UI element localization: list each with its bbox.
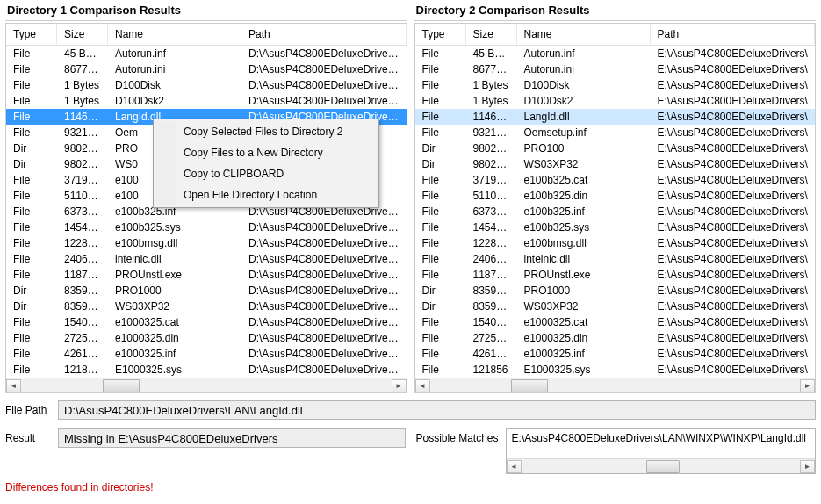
cell-path: D:\AsusP4C800EDeluxeDrivers\LAN\P	[241, 363, 407, 377]
cell-type: File	[415, 173, 466, 187]
cell-type: File	[415, 331, 466, 345]
table-row[interactable]: Dir835919 ...WS03XP32D:\AsusP4C800EDelux…	[6, 299, 407, 314]
result-value[interactable]: Missing in E:\AsusP4C800EDeluxeDrivers	[58, 428, 406, 448]
table-row[interactable]: Dir835919 ...WS03XP32E:\AsusP4C800EDelux…	[415, 299, 816, 314]
col-size[interactable]: Size	[466, 24, 517, 45]
scroll-thumb[interactable]	[103, 379, 140, 392]
panel2-table[interactable]: Type Size Name Path File45 BytesAutorun.…	[414, 23, 817, 393]
table-row[interactable]: File12288 ...e100bmsg.dllE:\AsusP4C800ED…	[415, 235, 816, 251]
cell-name: LangId.dll	[517, 110, 651, 124]
scroll-right-icon[interactable]: ►	[800, 460, 815, 473]
filepath-value[interactable]: D:\AsusP4C800EDeluxeDrivers\LAN\LangId.d…	[58, 400, 816, 420]
table-row[interactable]: File45 BytesAutorun.infE:\AsusP4C800EDel…	[415, 46, 816, 61]
table-row[interactable]: File24064 ...intelnic.dllD:\AsusP4C800ED…	[6, 251, 407, 267]
table-row[interactable]: File1 BytesD100DiskD:\AsusP4C800EDeluxeD…	[6, 77, 407, 93]
table-row[interactable]: File8677 By...Autorun.iniD:\AsusP4C800ED…	[6, 61, 407, 77]
cm-copy-to-dir2[interactable]: Copy Selected Files to Directory 2	[155, 121, 377, 142]
panel1-body[interactable]: File45 BytesAutorun.infD:\AsusP4C800EDel…	[6, 46, 407, 378]
table-row[interactable]: File121856E1000325.sysE:\AsusP4C800EDelu…	[415, 362, 816, 378]
cell-type: File	[415, 252, 466, 266]
cell-size: 2725 B...	[466, 331, 517, 345]
table-row[interactable]: File37195 ...e100b325.catE:\AsusP4C800ED…	[415, 172, 816, 188]
cell-size: 980207 ...	[466, 141, 517, 155]
cell-size: 15402 ...	[57, 315, 108, 329]
table-row[interactable]: File5110 B...e100b325.dinE:\AsusP4C800ED…	[415, 188, 816, 204]
cell-name: e100b325.din	[517, 189, 651, 203]
table-row[interactable]: File114688 ...LangId.dllE:\AsusP4C800EDe…	[415, 109, 816, 125]
cm-copy-clipboard[interactable]: Copy to CLIPBOARD	[155, 163, 377, 184]
table-row[interactable]: File637358 ...e100b325.infE:\AsusP4C800E…	[415, 204, 816, 220]
cell-path: E:\AsusP4C800EDeluxeDrivers\	[651, 189, 816, 203]
table-row[interactable]: File121856 ...E1000325.sysD:\AsusP4C800E…	[6, 362, 407, 378]
table-row[interactable]: File24064 ...intelnic.dllE:\AsusP4C800ED…	[415, 251, 816, 267]
cell-path: E:\AsusP4C800EDeluxeDrivers\	[651, 141, 816, 155]
scroll-right-icon[interactable]: ►	[800, 379, 815, 392]
table-row[interactable]: File15402 ...e1000325.catE:\AsusP4C800ED…	[415, 314, 816, 330]
scroll-thumb[interactable]	[511, 379, 548, 392]
cm-open-location[interactable]: Open File Directory Location	[155, 184, 377, 205]
cell-size: 637358 ...	[466, 205, 517, 219]
table-row[interactable]: File145408 ...e100b325.sysE:\AsusP4C800E…	[415, 220, 816, 235]
cell-name: E1000325.sys	[108, 363, 241, 377]
table-row[interactable]: File45 BytesAutorun.infD:\AsusP4C800EDel…	[6, 46, 407, 61]
table-row[interactable]: Dir835919 ...PRO1000D:\AsusP4C800EDeluxe…	[6, 283, 407, 299]
table-row[interactable]: File426112 ...e1000325.infD:\AsusP4C800E…	[6, 346, 407, 362]
cell-size: 24064 ...	[57, 252, 108, 266]
possible-matches-label: Possible Matches	[416, 428, 499, 444]
col-size[interactable]: Size	[57, 24, 108, 45]
col-name[interactable]: Name	[108, 24, 241, 45]
col-path[interactable]: Path	[241, 24, 407, 45]
cell-size: 1 Bytes	[466, 78, 517, 92]
table-row[interactable]: File1 BytesD100Dsk2D:\AsusP4C800EDeluxeD…	[6, 93, 407, 109]
scroll-left-icon[interactable]: ◄	[6, 379, 21, 392]
scroll-right-icon[interactable]: ►	[392, 379, 407, 392]
cell-path: D:\AsusP4C800EDeluxeDrivers\LAN\P	[241, 331, 407, 345]
table-row[interactable]: File118784 ...PROUnstl.exeE:\AsusP4C800E…	[415, 267, 816, 283]
table-row[interactable]: File8677 B...Autorun.iniE:\AsusP4C800EDe…	[415, 61, 816, 77]
cell-name: e1000325.cat	[108, 315, 241, 329]
cell-size: 980207 ...	[466, 157, 517, 171]
scroll-left-icon[interactable]: ◄	[507, 460, 522, 473]
table-row[interactable]: File12288 ...e100bmsg.dllD:\AsusP4C800ED…	[6, 235, 407, 251]
table-row[interactable]: Dir980207 ...WS03XP32E:\AsusP4C800EDelux…	[415, 156, 816, 172]
table-row[interactable]: Dir980207 ...PRO100E:\AsusP4C800EDeluxeD…	[415, 140, 816, 156]
panel1-table[interactable]: Type Size Name Path File45 BytesAutorun.…	[5, 23, 407, 393]
table-row[interactable]: File15402 ...e1000325.catD:\AsusP4C800ED…	[6, 314, 407, 330]
table-row[interactable]: File426112 ...e1000325.infE:\AsusP4C800E…	[415, 346, 816, 362]
table-row[interactable]: File2725 By...e1000325.dinD:\AsusP4C800E…	[6, 330, 407, 346]
cell-path: E:\AsusP4C800EDeluxeDrivers\	[651, 94, 816, 108]
cell-path: D:\AsusP4C800EDeluxeDrivers\LAN\P	[241, 268, 407, 282]
table-row[interactable]: File118784 ...PROUnstl.exeD:\AsusP4C800E…	[6, 267, 407, 283]
possible-matches-box[interactable]: E:\AsusP4C800EDeluxeDrivers\LAN\WINXP\WI…	[506, 428, 816, 474]
hscroll[interactable]: ◄ ►	[6, 378, 407, 392]
table-row[interactable]: File9321 B...Oemsetup.infE:\AsusP4C800ED…	[415, 125, 816, 140]
panel2-body[interactable]: File45 BytesAutorun.infE:\AsusP4C800EDel…	[415, 46, 816, 378]
cell-type: File	[6, 110, 57, 124]
table-row[interactable]: File2725 B...e1000325.dinE:\AsusP4C800ED…	[415, 330, 816, 346]
table-row[interactable]: File145408 ...e100b325.sysD:\AsusP4C800E…	[6, 220, 407, 235]
cell-type: File	[6, 78, 57, 92]
cell-size: 118784 ...	[466, 268, 517, 282]
cell-size: 114688 ...	[57, 110, 108, 124]
table-row[interactable]: File1 BytesD100DiskE:\AsusP4C800EDeluxeD…	[415, 77, 816, 93]
cell-name: D100Disk	[108, 78, 241, 92]
cell-type: File	[6, 252, 57, 266]
context-menu[interactable]: Copy Selected Files to Directory 2 Copy …	[153, 119, 379, 208]
table-row[interactable]: Dir835919 ...PRO1000E:\AsusP4C800EDeluxe…	[415, 283, 816, 299]
cm-copy-new-dir[interactable]: Copy Files to a New Directory	[155, 142, 377, 163]
col-path[interactable]: Path	[651, 24, 816, 45]
table-row[interactable]: File1 BytesD100Dsk2E:\AsusP4C800EDeluxeD…	[415, 93, 816, 109]
cell-name: e100b325.sys	[108, 220, 241, 234]
cell-size: 637358 ...	[57, 205, 108, 219]
col-name[interactable]: Name	[517, 24, 651, 45]
cell-type: Dir	[415, 157, 466, 171]
scroll-left-icon[interactable]: ◄	[415, 379, 430, 392]
cell-path: D:\AsusP4C800EDeluxeDrivers\LAN\	[241, 78, 407, 92]
scroll-thumb[interactable]	[646, 460, 680, 473]
col-type[interactable]: Type	[6, 24, 57, 45]
hscroll[interactable]: ◄ ►	[415, 378, 816, 392]
hscroll[interactable]: ◄ ►	[507, 458, 815, 473]
col-type[interactable]: Type	[415, 24, 466, 45]
cell-path: E:\AsusP4C800EDeluxeDrivers\	[651, 331, 816, 345]
possible-matches-value[interactable]: E:\AsusP4C800EDeluxeDrivers\LAN\WINXP\WI…	[507, 429, 815, 458]
